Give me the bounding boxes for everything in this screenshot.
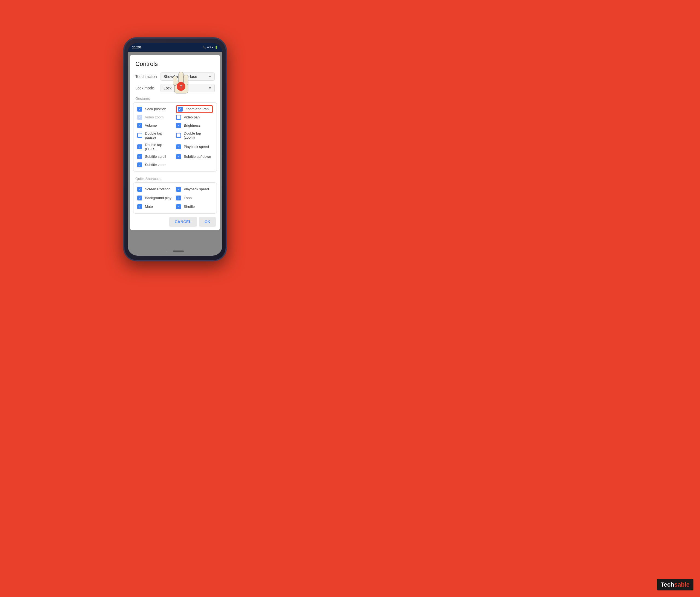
phone-icon: 📞: [203, 46, 206, 49]
screen-rotation-label: Screen Rotation: [145, 187, 170, 191]
screen-rotation-check: ✓: [139, 188, 141, 191]
double-tap-zoom-checkbox[interactable]: [176, 133, 181, 138]
gestures-header: Gestures: [130, 94, 220, 102]
screen-rotation-row: ✓ Screen Rotation: [137, 185, 174, 193]
subtitle-up-down-label: Subtitle up/ down: [184, 154, 211, 158]
playback-speed-shortcut-checkbox[interactable]: ✓: [176, 187, 181, 192]
loop-row: ✓ Loop: [176, 194, 213, 202]
seek-position-checkbox[interactable]: ✓: [137, 107, 142, 111]
loop-check: ✓: [177, 196, 180, 200]
signal-icon: 4G▲: [207, 46, 214, 49]
playback-speed-shortcut-row: ✓ Playback speed: [176, 185, 213, 193]
shuffle-row: ✓ Shuffle: [176, 203, 213, 210]
lock-mode-label: Lock mode: [135, 86, 157, 90]
zoom-pan-label: Zoom and Pan: [185, 107, 209, 111]
shortcuts-grid: ✓ Screen Rotation ✓ Playback speed: [133, 182, 217, 214]
double-tap-ff-checkbox[interactable]: ✓: [137, 144, 142, 149]
video-pan-checkbox[interactable]: [176, 115, 181, 120]
notch: [169, 45, 175, 49]
lock-mode-row: Lock mode Lock ▼: [130, 82, 220, 94]
double-tap-ff-label: Double tap (FF/R…: [145, 143, 174, 151]
playback-speed-shortcut-check: ✓: [177, 188, 180, 191]
battery-icon: 🔋: [215, 46, 218, 49]
seek-position-label: Seek position: [145, 107, 166, 111]
subtitle-zoom-check: ✓: [139, 163, 141, 167]
touch-action-dropdown[interactable]: Show/hide interface ▼: [160, 73, 215, 81]
home-button[interactable]: [173, 250, 184, 252]
bottom-nav: ‹: [128, 249, 222, 253]
background-play-check: ✓: [139, 196, 141, 200]
playback-speed-shortcut-label: Playback speed: [184, 187, 209, 191]
mute-check: ✓: [139, 205, 141, 208]
background-play-checkbox[interactable]: ✓: [137, 196, 142, 200]
brightness-checkbox[interactable]: ✓: [176, 123, 181, 128]
quick-shortcuts-header: Quick Shortcuts: [130, 174, 220, 182]
subtitle-up-down-checkbox[interactable]: ✓: [176, 154, 181, 159]
seek-position-row: ✓ Seek position: [137, 105, 174, 113]
playback-speed-gesture-row: ✓ Playback speed: [176, 141, 213, 152]
screen-rotation-checkbox[interactable]: ✓: [137, 187, 142, 192]
double-tap-zoom-label: Double tap (zoom): [184, 131, 213, 140]
subtitle-scroll-row: ✓ Subtitle scroll: [137, 153, 174, 160]
video-pan-label: Video pan: [184, 115, 200, 119]
phone-wrapper: 11:20 📞 4G▲ 🔋 Controls Touch action Show…: [118, 32, 232, 267]
subtitle-zoom-label: Subtitle zoom: [145, 163, 167, 167]
lock-mode-value: Lock: [164, 86, 172, 90]
volume-check: ✓: [139, 124, 141, 127]
status-icons: 📞 4G▲ 🔋: [203, 46, 218, 49]
zoom-pan-checkbox[interactable]: ✓: [178, 107, 183, 111]
background-play-row: ✓ Background play: [137, 194, 174, 202]
shuffle-label: Shuffle: [184, 204, 195, 209]
touch-action-arrow: ▼: [208, 75, 211, 78]
subtitle-up-down-check: ✓: [177, 155, 180, 158]
dialog-title: Controls: [130, 55, 220, 71]
double-tap-pause-label: Double tap pause): [145, 131, 174, 140]
loop-checkbox[interactable]: ✓: [176, 196, 181, 200]
volume-checkbox[interactable]: ✓: [137, 123, 142, 128]
background-play-label: Background play: [145, 196, 171, 200]
seek-position-check: ✓: [139, 107, 141, 111]
subtitle-zoom-checkbox[interactable]: ✓: [137, 163, 142, 167]
mute-row: ✓ Mute: [137, 203, 174, 210]
status-bar: 11:20 📞 4G▲ 🔋: [128, 43, 222, 52]
subtitle-scroll-label: Subtitle scroll: [145, 154, 166, 158]
playback-speed-gesture-checkbox[interactable]: ✓: [176, 144, 181, 149]
lock-mode-dropdown[interactable]: Lock ▼: [160, 84, 215, 92]
brightness-check: ✓: [177, 124, 180, 127]
phone-screen-area: 11:20 📞 4G▲ 🔋 Controls Touch action Show…: [128, 43, 222, 256]
video-pan-row: Video pan: [176, 114, 213, 121]
double-tap-pause-row: Double tap pause): [137, 130, 174, 141]
screen-bg: Controls Touch action Show/hide interfac…: [128, 52, 222, 256]
volume-row: ✓ Volume: [137, 122, 174, 129]
ok-button[interactable]: OK: [199, 217, 216, 227]
subtitle-zoom-row: ✓ Subtitle zoom: [137, 161, 174, 169]
subtitle-scroll-check: ✓: [139, 155, 141, 158]
volume-label: Volume: [145, 123, 157, 127]
status-time: 11:20: [132, 45, 141, 49]
video-zoom-check: ✓: [139, 116, 141, 119]
zoom-pan-row: ✓ Zoom and Pan: [176, 105, 213, 113]
double-tap-ff-check: ✓: [139, 145, 141, 149]
cancel-button[interactable]: CANCEL: [169, 217, 197, 227]
brightness-row: ✓ Brightness: [176, 122, 213, 129]
shuffle-check: ✓: [177, 205, 180, 208]
subtitle-scroll-checkbox[interactable]: ✓: [137, 154, 142, 159]
gesture-grid: ✓ Seek position ✓ Zoom and Pan: [137, 105, 213, 169]
double-tap-ff-row: ✓ Double tap (FF/R…: [137, 141, 174, 152]
subtitle-up-down-row: ✓ Subtitle up/ down: [176, 153, 213, 160]
mute-label: Mute: [145, 204, 153, 209]
touch-action-row: Touch action Show/hide interface ▼: [130, 71, 220, 82]
video-zoom-checkbox[interactable]: ✓: [137, 115, 142, 120]
dialog: Controls Touch action Show/hide interfac…: [130, 55, 220, 230]
playback-speed-gesture-check: ✓: [177, 145, 180, 149]
double-tap-zoom-row: Double tap (zoom): [176, 130, 213, 141]
zoom-pan-check: ✓: [179, 107, 181, 111]
mute-checkbox[interactable]: ✓: [137, 204, 142, 209]
video-zoom-row: ✓ Video zoom: [137, 114, 174, 121]
touch-action-label: Touch action: [135, 74, 157, 79]
back-button[interactable]: ‹: [166, 249, 168, 253]
double-tap-pause-checkbox[interactable]: [137, 133, 142, 138]
gesture-box: ✓ Seek position ✓ Zoom and Pan: [133, 102, 217, 172]
touch-action-value: Show/hide interface: [164, 74, 197, 79]
shuffle-checkbox[interactable]: ✓: [176, 204, 181, 209]
